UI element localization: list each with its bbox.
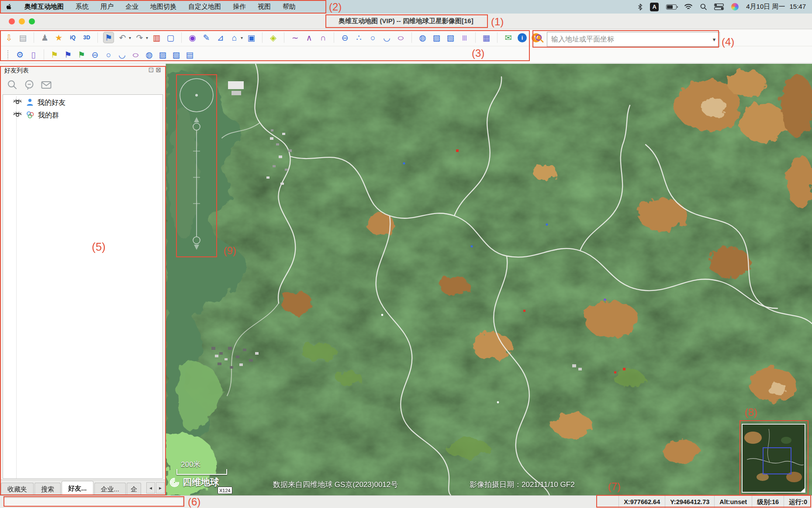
message-chat-icon[interactable]: ✉ xyxy=(503,32,514,43)
kite-area-icon[interactable]: ◈ xyxy=(268,32,279,43)
siri-icon[interactable] xyxy=(731,3,739,10)
status-cell: 运行:0 xyxy=(784,496,812,508)
control-center-icon[interactable] xyxy=(714,3,724,10)
draw-pencil-icon[interactable]: ✎ xyxy=(201,32,212,43)
bluetooth-icon[interactable] xyxy=(638,3,643,10)
tree-item-label: 我的好友 xyxy=(38,98,66,107)
tree-item-my-friends[interactable]: 我的好友 xyxy=(3,97,162,109)
search-dropdown-caret[interactable]: ▾ xyxy=(709,36,719,43)
menu-item[interactable]: 帮助 xyxy=(283,3,296,11)
status-bar: X:977662.64Y:2946412.73Alt:unset级别:16运行:… xyxy=(0,495,812,508)
ellipse-line-icon[interactable]: ⊖ xyxy=(339,32,350,43)
menu-item[interactable]: 操作 xyxy=(233,3,246,11)
undo-icon[interactable]: ↶ xyxy=(117,32,128,43)
wifi-icon[interactable] xyxy=(684,3,693,10)
pin-green-icon[interactable]: ⚑ xyxy=(76,49,87,60)
favorite-star-icon[interactable]: ★ xyxy=(53,32,64,43)
track-measure-icon[interactable]: ⊿ xyxy=(215,32,226,43)
ellipse-icon[interactable]: ○ xyxy=(393,32,409,43)
tab-scroll-left-button[interactable]: ◂ xyxy=(146,482,155,494)
arc-icon[interactable]: ◡ xyxy=(381,32,392,43)
friend-mail-icon[interactable] xyxy=(40,79,52,91)
search-magnifier-icon[interactable] xyxy=(535,34,544,45)
dropdown-caret-icon[interactable]: ▾ xyxy=(241,35,243,40)
satellite-map-canvas[interactable] xyxy=(166,64,812,495)
input-source-icon[interactable]: A xyxy=(650,3,659,11)
curve-spike-icon[interactable]: ∧ xyxy=(304,32,314,43)
panel-close-button[interactable]: ⊠ xyxy=(155,66,161,73)
apple-menu-icon[interactable] xyxy=(6,3,13,10)
toolbar-grip-handle[interactable] xyxy=(7,50,9,59)
menu-item[interactable]: 用户 xyxy=(100,3,114,11)
region-shield-icon[interactable]: ⌂ xyxy=(229,32,240,43)
sidebar-tab[interactable]: 企业... xyxy=(94,483,126,495)
info-icon[interactable]: i xyxy=(518,33,527,42)
pin-blue-icon[interactable]: ⚑ xyxy=(62,49,73,60)
sidebar-tab[interactable]: 收藏夹 xyxy=(1,483,34,495)
arc-2-icon[interactable]: ◡ xyxy=(117,49,128,60)
fill-rect-icon[interactable]: ▨ xyxy=(431,32,442,43)
redo-icon[interactable]: ↷ xyxy=(134,32,145,43)
curve-bell-icon[interactable]: ∩ xyxy=(318,32,328,43)
menu-item[interactable]: 企业 xyxy=(125,3,138,11)
menu-item[interactable]: 地图切换 xyxy=(150,3,176,11)
ellipse-2-icon[interactable]: ○ xyxy=(128,49,144,60)
circle-icon[interactable]: ○ xyxy=(367,32,378,43)
save-icon[interactable]: ▤ xyxy=(17,32,28,43)
delete-trash-icon[interactable]: ▥ xyxy=(151,32,162,43)
friend-search-icon[interactable] xyxy=(6,79,18,91)
book-icon[interactable]: ▤ xyxy=(184,49,195,60)
satellite-map-view[interactable]: 200米 四维地球 数据来自四维地球 GS京(2023)0012号 影像拍摄日期… xyxy=(166,64,812,495)
menu-item[interactable]: 视图 xyxy=(258,3,271,11)
menu-clock[interactable]: 4月10日 周一 15:47 xyxy=(746,3,806,11)
spotlight-search-icon[interactable] xyxy=(700,3,707,10)
status-cell: X:977662.64 xyxy=(619,496,665,508)
visibility-eye-icon[interactable] xyxy=(13,99,22,107)
bars-icon[interactable]: ||| xyxy=(459,32,470,43)
visibility-eye-icon[interactable] xyxy=(13,111,22,120)
fill-polygon-icon[interactable]: ▧ xyxy=(445,32,456,43)
document-icon[interactable]: ▯ xyxy=(28,49,39,60)
tab-scroll-right-button[interactable]: ▸ xyxy=(156,482,165,494)
battery-icon[interactable] xyxy=(666,4,677,10)
search-input[interactable] xyxy=(547,35,709,43)
friend-message-icon[interactable] xyxy=(23,79,35,91)
dropdown-caret-icon[interactable]: ▾ xyxy=(129,35,131,40)
import-folder-icon[interactable]: ⇩ xyxy=(3,32,14,43)
id-search-icon[interactable]: iQ xyxy=(67,32,78,43)
select-rect-icon[interactable]: ▢ xyxy=(165,32,176,43)
panel-float-button[interactable]: ⊡ xyxy=(149,66,154,73)
sidebar-tab[interactable]: 企 xyxy=(127,483,141,495)
menu-item[interactable]: 自定义地图 xyxy=(188,3,221,11)
fill-circle-2-icon[interactable]: ◍ xyxy=(144,49,155,60)
ellipse-line-2-icon[interactable]: ⊖ xyxy=(90,49,100,60)
fill-polygon-2-icon[interactable]: ▧ xyxy=(171,49,182,60)
view-3d-icon[interactable]: 3D xyxy=(81,32,92,43)
toolbar-separator xyxy=(411,32,412,43)
map-attribution: 数据来自四维地球 GS京(2023)0012号 xyxy=(273,480,398,490)
menu-app-name[interactable]: 奥维互动地图 xyxy=(24,3,64,11)
sidebar-tab[interactable]: 好友... xyxy=(62,481,93,495)
overview-minimap[interactable]: ◢ xyxy=(742,424,805,493)
dropdown-caret-icon[interactable]: ▾ xyxy=(146,35,148,40)
camera-record-icon[interactable]: ▣ xyxy=(246,32,257,43)
curve-wave-icon[interactable]: ∼ xyxy=(290,32,301,43)
settings-gear-icon[interactable]: ⚙ xyxy=(14,49,25,60)
pin-yellow-icon[interactable]: ⚑ xyxy=(49,49,60,60)
scatter-points-icon[interactable]: ∴ xyxy=(353,32,364,43)
status-cell: Alt:unset xyxy=(714,496,752,508)
fill-circle-icon[interactable]: ◍ xyxy=(417,32,428,43)
minimap-resize-handle[interactable]: ◢ xyxy=(800,487,805,493)
user-icon[interactable]: ♟ xyxy=(39,32,50,43)
map-capture-date: 影像拍摄日期：2021/11/10 GF2 xyxy=(470,480,575,490)
drag-tool-icon[interactable]: ⚑ xyxy=(103,32,114,43)
sidebar-tab[interactable]: 搜索 xyxy=(35,483,61,495)
minimap-viewport-rect[interactable] xyxy=(763,447,791,474)
tree-item-my-groups[interactable]: 我的群 xyxy=(3,109,162,122)
grid-table-icon[interactable]: ▦ xyxy=(481,32,492,43)
circle-2-icon[interactable]: ○ xyxy=(103,49,114,60)
menu-item[interactable]: 系统 xyxy=(76,3,89,11)
sidebar-tab-list: 收藏夹搜索好友...企业...企 xyxy=(1,481,142,495)
fill-rect-2-icon[interactable]: ▨ xyxy=(157,49,168,60)
placemark-pin-icon[interactable]: ◉ xyxy=(187,32,198,43)
